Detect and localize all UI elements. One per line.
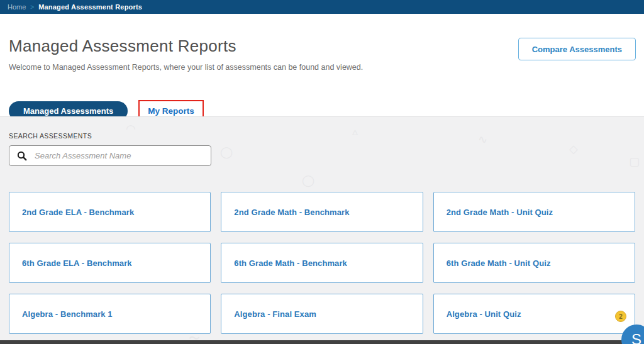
background-doodle-icon xyxy=(569,142,578,156)
assessment-card-grid: 2nd Grade ELA - Benchmark 2nd Grade Math… xyxy=(9,192,635,334)
assessment-card[interactable]: 6th Grade Math - Benchmark xyxy=(221,243,423,283)
page-header: Managed Assessment Reports Welcome to Ma… xyxy=(0,14,644,116)
assessment-card-label: Algebra - Final Exam xyxy=(234,309,316,319)
assessment-card[interactable]: Algebra - Final Exam xyxy=(221,294,423,334)
breadcrumb: Home > Managed Assessment Reports xyxy=(0,0,644,14)
background-doodle-icon xyxy=(302,174,314,187)
search-box[interactable] xyxy=(9,145,211,166)
assessment-card-label: 6th Grade ELA - Benchmark xyxy=(22,258,132,268)
assessment-card[interactable]: 2nd Grade ELA - Benchmark xyxy=(9,192,211,232)
background-doodle-icon xyxy=(220,145,233,159)
assessment-card[interactable]: 6th Grade Math - Unit Quiz xyxy=(433,243,635,283)
page-subtitle: Welcome to Managed Assessment Reports, w… xyxy=(9,63,635,72)
assessment-card[interactable]: 2nd Grade Math - Benchmark xyxy=(221,192,423,232)
bottom-edge-bar xyxy=(0,340,644,344)
background-doodle-icon xyxy=(629,155,640,169)
assessment-card-label: Algebra - Unit Quiz xyxy=(447,309,521,319)
search-input[interactable] xyxy=(35,146,211,165)
assessment-card[interactable]: Algebra - Benchmark 1 xyxy=(9,294,211,334)
breadcrumb-current: Managed Assessment Reports xyxy=(38,3,142,11)
chat-notification-badge: 2 xyxy=(615,311,626,322)
assessment-card-label: 6th Grade Math - Unit Quiz xyxy=(447,258,551,268)
assessment-card-label: 2nd Grade Math - Unit Quiz xyxy=(447,208,553,217)
magnifier-icon xyxy=(9,151,35,161)
breadcrumb-home-link[interactable]: Home xyxy=(8,3,26,11)
assessment-card[interactable]: 6th Grade ELA - Benchmark xyxy=(9,243,211,283)
tab-my-reports[interactable]: My Reports xyxy=(148,106,194,116)
compare-assessments-button[interactable]: Compare Assessments xyxy=(518,38,636,60)
assessment-card-label: 2nd Grade ELA - Benchmark xyxy=(22,208,134,217)
breadcrumb-separator: > xyxy=(30,4,34,11)
assessment-card[interactable]: 2nd Grade Math - Unit Quiz xyxy=(433,192,635,232)
assessment-card-label: 6th Grade Math - Benchmark xyxy=(234,258,347,268)
assessment-card[interactable]: Algebra - Unit Quiz xyxy=(433,294,635,334)
assessment-card-label: Algebra - Benchmark 1 xyxy=(22,309,113,319)
assessments-section: SEARCH ASSESSMENTS 2nd Grade ELA - Bench… xyxy=(0,116,644,340)
assessment-card-label: 2nd Grade Math - Benchmark xyxy=(234,208,349,217)
search-assessments-label: SEARCH ASSESSMENTS xyxy=(9,117,635,140)
